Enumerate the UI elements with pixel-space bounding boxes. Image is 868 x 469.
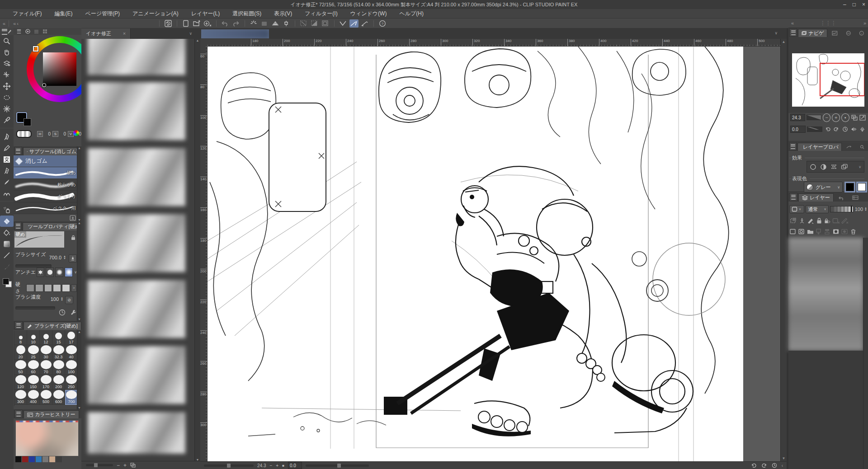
brush-size-menu-icon[interactable] [14, 321, 23, 329]
lock-layer-icon[interactable] [815, 217, 823, 225]
fude-pen-tool[interactable] [0, 165, 14, 176]
subtool-scrollbar[interactable]: ▲▼ [77, 146, 81, 221]
brush-size-option[interactable]: 170 [40, 375, 52, 390]
reset-tool-icon[interactable] [59, 309, 66, 316]
thin-frame-dropdown[interactable]: ∨ [789, 205, 804, 213]
close-button[interactable]: × [862, 1, 865, 8]
navigator-rotation-value[interactable]: 0.0 [790, 126, 806, 133]
flip-vertical-icon[interactable] [859, 126, 866, 133]
import-icon[interactable] [203, 19, 212, 28]
brush-size-option[interactable]: 60 [27, 360, 40, 375]
brush-size-option[interactable]: 300 [14, 390, 27, 405]
menu-window[interactable]: ウィンドウ(W) [344, 9, 393, 18]
brush-size-scrollbar[interactable]: ▲▼ [77, 330, 81, 409]
figure-tool[interactable] [0, 249, 14, 261]
density-stepper[interactable]: ▲▼ [61, 297, 63, 301]
brush-size-tab[interactable]: ブラシサイズ[硬め] [24, 322, 81, 330]
download-subtool-icon[interactable] [70, 215, 76, 221]
rotation-slider[interactable] [306, 464, 369, 467]
minimize-button[interactable]: – [843, 1, 846, 8]
gradient-tool[interactable] [0, 238, 14, 249]
eraser-big-icon[interactable] [271, 19, 280, 28]
selection-border-icon[interactable] [321, 19, 330, 28]
wrench-icon[interactable] [70, 309, 77, 316]
density-effect-button[interactable]: ⊘ [65, 296, 73, 304]
antialias-weak-option[interactable] [46, 267, 54, 277]
thumb-zoom-in-icon[interactable]: + [123, 462, 127, 469]
page-strip-scrollbar[interactable]: ▲▼ [194, 39, 200, 461]
antialias-middle-option[interactable] [55, 267, 63, 277]
text-tool[interactable] [0, 154, 14, 165]
transparent-color-chip[interactable] [16, 130, 32, 138]
menu-animation[interactable]: アニメーション(A) [126, 9, 185, 18]
subtool-item-vector[interactable]: ベクター用 [14, 202, 81, 214]
page-thumbnail[interactable] [88, 82, 185, 140]
reference-layer-icon[interactable] [798, 217, 806, 225]
brush-size-option[interactable]: 8 [14, 330, 27, 345]
antialias-strong-option[interactable] [65, 267, 73, 277]
menu-filter[interactable]: フィルター(I) [298, 9, 344, 18]
navigator-rotation-slider[interactable] [807, 127, 823, 132]
density-value[interactable]: 100 [51, 296, 59, 302]
nav-zoom-reset-icon[interactable]: ▪ [841, 113, 849, 122]
collapse-left-icon[interactable]: « [3, 21, 5, 26]
operation-tool[interactable] [0, 58, 14, 69]
clip-to-layer-below-icon[interactable] [789, 217, 797, 225]
layer-property-menu-icon[interactable] [789, 142, 797, 150]
hardness-option-3[interactable] [44, 284, 52, 292]
navigator-menu-icon[interactable] [789, 28, 797, 37]
frame-border-tool[interactable] [0, 261, 14, 272]
brush-size-option[interactable]: 15 [52, 330, 65, 345]
canvas-vertical-scrollbar[interactable]: ▲▼ [780, 39, 787, 461]
menu-page[interactable]: ページ管理(P) [79, 9, 126, 18]
menu-select[interactable]: 選択範囲(S) [226, 9, 268, 18]
brush-size-option[interactable]: 10 [27, 330, 40, 345]
layer-search-tab[interactable] [856, 143, 868, 151]
move-layer-tool[interactable] [0, 80, 14, 92]
brush-size-option[interactable]: 17 [65, 330, 78, 345]
canvas-tab-chevron-icon[interactable]: ∨ [774, 31, 778, 35]
processing-icon[interactable] [249, 19, 258, 28]
brush-size-option[interactable]: 100 [65, 360, 78, 375]
brush-size-value[interactable]: 700.0 [49, 255, 61, 260]
collapse-right-icon[interactable]: « [791, 20, 793, 26]
color-mode-icon[interactable] [73, 130, 79, 136]
lock-transparent-pixels-icon[interactable] [824, 217, 831, 225]
hardness-option-2[interactable] [35, 284, 43, 292]
hardness-expand-button[interactable]: › [71, 284, 77, 292]
sv-marker[interactable] [42, 83, 46, 87]
brush-size-option[interactable]: 120 [14, 375, 27, 390]
decoration-tool[interactable] [0, 188, 14, 199]
tool-palette-menu-icon[interactable] [2, 29, 7, 35]
subtool-item-rough[interactable]: ざっくり [14, 191, 81, 202]
background-color-chip[interactable] [24, 118, 31, 126]
apply-mask-icon[interactable] [841, 228, 849, 235]
thumbnail-size-slider[interactable] [86, 464, 113, 466]
enable-mask-disabled-icon[interactable] [832, 217, 840, 225]
maximize-button[interactable]: □ [853, 1, 856, 8]
information-tab[interactable]: i [855, 29, 868, 37]
fit-to-window-icon[interactable] [851, 114, 858, 122]
hue-marker[interactable] [33, 46, 38, 52]
reset-view-icon[interactable] [772, 463, 777, 468]
zoom-reset-icon[interactable]: ■ [282, 464, 284, 468]
menu-file[interactable]: ファイル(F) [6, 9, 48, 18]
actual-size-icon[interactable] [859, 114, 866, 122]
tool-property-menu-icon[interactable] [14, 222, 22, 230]
auto-select-tool[interactable] [0, 103, 14, 114]
expression-color-dropdown[interactable]: グレー ∨ [804, 182, 843, 192]
brush-size-option[interactable]: 20 [14, 345, 27, 360]
snap-grid-icon[interactable] [360, 19, 369, 28]
page-thumbnail[interactable] [88, 39, 185, 75]
subview-tab[interactable] [828, 29, 841, 37]
canvas-artwork[interactable] [208, 47, 743, 461]
rotate-right-icon[interactable] [761, 463, 767, 468]
zoom-out-icon[interactable]: − [269, 463, 272, 468]
nav-rotate-right-icon[interactable] [833, 126, 840, 133]
invert-selection-icon[interactable] [310, 19, 319, 28]
deselect-icon[interactable] [299, 19, 308, 28]
hardness-option-1[interactable] [26, 284, 34, 292]
page-thumbnail[interactable] [88, 214, 185, 272]
color-wheel-tab-icon[interactable] [25, 29, 30, 34]
undo-icon[interactable] [221, 19, 230, 28]
